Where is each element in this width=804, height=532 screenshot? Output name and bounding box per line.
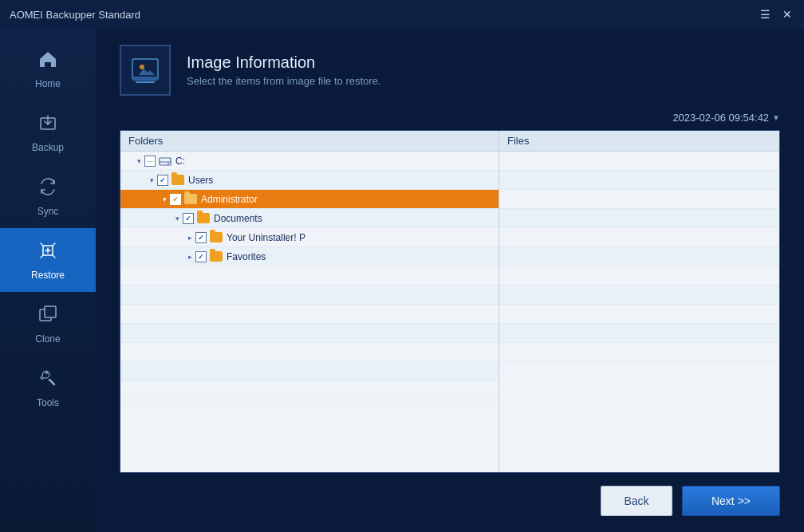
file-row-empty: [499, 190, 779, 209]
file-row-empty: [499, 209, 779, 228]
window-controls: ☰ ✕: [758, 7, 794, 22]
date-value: 2023-02-06 09:54:42: [672, 112, 769, 124]
tree-row-empty: [120, 286, 499, 305]
svg-rect-4: [132, 77, 158, 80]
tree-row[interactable]: Administrator: [120, 190, 499, 209]
sidebar-item-home[interactable]: Home: [0, 37, 96, 100]
app-title: AOMEI Backupper Standard: [10, 9, 140, 21]
backup-icon: [37, 112, 59, 137]
tree-row[interactable]: Favorites: [120, 247, 499, 266]
tree-row-empty: [120, 381, 499, 400]
file-row-empty: [499, 305, 779, 324]
file-row-empty: [499, 324, 779, 343]
main-content: Image Information Select the items from …: [96, 29, 804, 532]
documents-label: Documents: [214, 213, 494, 224]
folders-header: Folders: [120, 131, 499, 152]
expander-c[interactable]: [133, 156, 144, 167]
back-button[interactable]: Back: [601, 486, 672, 516]
page-subtitle: Select the items from image file to rest…: [187, 75, 380, 87]
sidebar-item-restore[interactable]: Restore: [0, 228, 96, 292]
folder-icon-favorites: [210, 251, 223, 262]
file-row-empty: [499, 247, 779, 266]
header-text: Image Information Select the items from …: [187, 53, 380, 87]
sidebar-item-backup[interactable]: Backup: [0, 100, 96, 164]
file-row-empty: [499, 266, 779, 286]
tree-row[interactable]: Documents: [120, 209, 499, 228]
tree-row-empty: [120, 343, 499, 362]
tree-row[interactable]: Users: [120, 171, 499, 190]
svg-point-5: [140, 65, 144, 69]
image-info-icon: [128, 53, 163, 88]
checkbox-favorites[interactable]: [195, 251, 207, 262]
tree-row-empty: [120, 324, 499, 343]
expander-docs[interactable]: [171, 213, 183, 224]
sidebar: Home Backup Sync: [0, 29, 96, 532]
svg-rect-2: [45, 306, 56, 317]
file-row-empty: [499, 343, 779, 362]
drive-icon: [159, 156, 171, 166]
date-picker-button[interactable]: 2023-02-06 09:54:42 ▼: [672, 112, 780, 124]
file-row-empty: [499, 152, 779, 171]
file-browser: Folders C:: [120, 130, 780, 473]
checkbox-uninstaller[interactable]: [195, 232, 207, 243]
tree-row-empty: [120, 362, 499, 381]
sidebar-item-tools[interactable]: Tools: [0, 356, 96, 420]
tree-row[interactable]: Your Uninstaller! P: [120, 228, 499, 247]
next-button[interactable]: Next >>: [682, 486, 780, 516]
page-header: Image Information Select the items from …: [120, 45, 780, 96]
sidebar-item-clone[interactable]: Clone: [0, 292, 96, 356]
folder-icon-docs: [197, 213, 210, 223]
svg-point-9: [168, 163, 169, 164]
favorites-label: Favorites: [227, 251, 494, 262]
folder-icon-uninstaller: [210, 232, 223, 242]
folder-pane[interactable]: Folders C:: [120, 131, 499, 472]
tree-row[interactable]: C:: [120, 152, 499, 171]
sync-icon: [37, 175, 59, 201]
expander-admin[interactable]: [159, 194, 170, 205]
administrator-label: Administrator: [201, 194, 494, 205]
files-header: Files: [499, 131, 779, 152]
menu-button[interactable]: ☰: [758, 7, 772, 22]
date-dropdown-arrow: ▼: [772, 113, 780, 122]
home-icon: [37, 48, 59, 73]
folder-icon-admin: [184, 194, 197, 204]
checkbox-users[interactable]: [157, 175, 168, 186]
sidebar-item-backup-label: Backup: [32, 142, 64, 153]
clone-icon: [37, 303, 59, 329]
folder-icon-users: [171, 175, 184, 185]
expander-uninstaller[interactable]: [184, 232, 195, 243]
app-body: Home Backup Sync: [0, 29, 804, 532]
expander-favorites[interactable]: [184, 251, 195, 262]
file-row-empty: [499, 228, 779, 247]
sidebar-item-sync[interactable]: Sync: [0, 164, 96, 228]
tree-row-empty: [120, 305, 499, 324]
header-icon-wrap: [120, 45, 171, 96]
file-row-empty: [499, 171, 779, 190]
file-row-empty: [499, 286, 779, 305]
svg-rect-6: [136, 81, 155, 83]
tree-row-empty: [120, 266, 499, 286]
expander-users[interactable]: [146, 175, 157, 186]
date-selector: 2023-02-06 09:54:42 ▼: [120, 112, 780, 124]
checkbox-c[interactable]: [144, 156, 156, 167]
sidebar-item-restore-label: Restore: [31, 270, 65, 281]
uninstaller-label: Your Uninstaller! P: [227, 232, 494, 243]
sidebar-item-tools-label: Tools: [37, 397, 59, 408]
checkbox-docs[interactable]: [183, 213, 194, 224]
footer: Back Next >>: [120, 473, 780, 516]
restore-icon: [37, 239, 59, 265]
users-label: Users: [188, 175, 494, 186]
titlebar: AOMEI Backupper Standard ☰ ✕: [0, 0, 804, 29]
sidebar-item-home-label: Home: [35, 78, 61, 89]
tools-icon: [37, 367, 59, 392]
close-button[interactable]: ✕: [780, 7, 794, 22]
files-pane[interactable]: Files: [499, 131, 779, 472]
c-drive-label: C:: [175, 156, 494, 167]
page-title: Image Information: [187, 53, 380, 72]
sidebar-item-sync-label: Sync: [37, 206, 59, 217]
checkbox-admin[interactable]: [170, 194, 181, 205]
sidebar-item-clone-label: Clone: [35, 333, 60, 345]
